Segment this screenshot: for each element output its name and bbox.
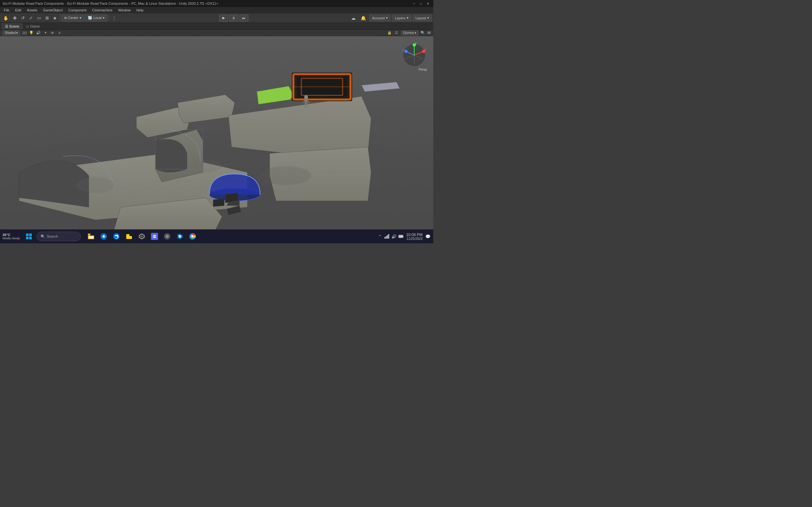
center-label: ⊕ Center — [64, 16, 78, 20]
tab-scene-label: ☰ Scene — [5, 24, 19, 29]
tray-battery[interactable] — [398, 233, 404, 239]
search-bar[interactable]: 🔍 Search — [37, 232, 81, 241]
app-discord[interactable] — [149, 231, 160, 242]
layers-dropdown[interactable]: Layers ▾ — [392, 14, 411, 21]
maximize-button[interactable]: □ — [418, 1, 424, 6]
toolbar-sep-1 — [60, 15, 60, 21]
app-photos[interactable] — [98, 231, 109, 242]
menu-file[interactable]: File — [1, 7, 12, 13]
start-button[interactable] — [23, 231, 35, 242]
axis-gizmo[interactable]: X Y Z — [402, 43, 427, 68]
effects-icon[interactable]: ✦ — [43, 31, 48, 36]
tool-rotate[interactable]: ↺ — [19, 14, 27, 22]
menu-component[interactable]: Component — [66, 7, 89, 13]
svg-rect-36 — [213, 199, 224, 207]
tool-scale[interactable]: ⤢ — [27, 14, 35, 22]
svg-line-51 — [305, 104, 305, 108]
title-bar: Sci-Fi Modular Road Pack Components - Sc… — [0, 0, 433, 7]
menu-cinemachine[interactable]: Cinemachine — [90, 7, 115, 13]
menu-assets[interactable]: Assets — [24, 7, 40, 13]
tool-hand[interactable]: ✋ — [1, 14, 10, 22]
layout-dropdown[interactable]: Layout ▾ — [413, 14, 432, 21]
account-arrow: ▾ — [386, 16, 388, 20]
view-tabs: ☰ Scene ▷ Game — [0, 23, 433, 30]
svg-point-56 — [190, 160, 222, 172]
pause-button[interactable]: ⏸ — [229, 14, 238, 21]
tray-network[interactable] — [384, 233, 390, 239]
svg-line-52 — [307, 104, 307, 108]
lock-icon[interactable]: 🔒 — [387, 31, 392, 36]
local-label: 🔄 Local — [88, 16, 101, 20]
app-files[interactable] — [123, 231, 135, 242]
search-filter-icon[interactable]: 🔍 — [420, 31, 425, 36]
menu-window[interactable]: Window — [116, 7, 133, 13]
tab-game-label: ▷ Game — [27, 24, 40, 29]
svg-point-87 — [153, 236, 154, 237]
cloud-btn[interactable]: ☁ — [349, 14, 357, 22]
app-settings[interactable] — [161, 231, 173, 242]
tool-custom[interactable]: ◈ — [51, 14, 58, 22]
weather-desc: Mostly cloudy — [3, 237, 20, 240]
services-btn[interactable]: 🔔 — [359, 14, 368, 22]
tool-rect[interactable]: ▭ — [35, 14, 43, 22]
app-chrome[interactable] — [187, 231, 198, 242]
minimize-button[interactable]: ─ — [411, 1, 417, 6]
viewport[interactable]: X Y Z Persp — [0, 36, 433, 229]
toolbar: ✋ ✥ ↺ ⤢ ▭ ⊞ ◈ ⊕ Center ▾ 🔄 Local ▾ ⋮ ▶ ⏸… — [0, 13, 433, 23]
light-icon[interactable]: 💡 — [29, 31, 34, 36]
close-button[interactable]: ✕ — [425, 1, 431, 6]
shaded-label: Shaded — [5, 31, 15, 35]
menu-help[interactable]: Help — [134, 7, 146, 13]
step-button[interactable]: ⏭ — [240, 14, 248, 21]
layers-label: Layers — [395, 16, 405, 20]
gizmos-arrow: ▾ — [415, 31, 416, 35]
svg-point-55 — [260, 166, 311, 185]
audio-icon[interactable]: 🔊 — [36, 31, 41, 36]
account-dropdown[interactable]: Account ▾ — [369, 14, 391, 21]
tool-move[interactable]: ✥ — [11, 14, 19, 22]
svg-rect-73 — [29, 237, 32, 239]
tab-game[interactable]: ▷ Game — [23, 23, 44, 30]
account-label: Account — [372, 16, 385, 20]
system-tray: ⌃ 🔊 — [377, 233, 404, 239]
svg-text:Z: Z — [402, 49, 404, 52]
scene-viz-icon[interactable]: 👁 — [50, 31, 55, 36]
view2d-btn[interactable]: 2D — [22, 31, 27, 36]
svg-point-47 — [304, 95, 308, 100]
app-edge[interactable] — [111, 231, 122, 242]
search-placeholder: Search — [47, 234, 58, 238]
layout-arrow: ▾ — [427, 16, 429, 20]
tab-scene[interactable]: ☰ Scene — [1, 23, 23, 30]
view2d-label: 2D — [22, 31, 27, 35]
shaded-dropdown[interactable]: Shaded ▾ — [3, 31, 20, 36]
app-unity[interactable] — [136, 231, 148, 242]
gizmos-dropdown[interactable]: Gizmos ▾ — [401, 31, 418, 36]
svg-rect-74 — [88, 233, 90, 235]
svg-rect-76 — [89, 236, 94, 239]
snap-btn[interactable]: ⋮ — [110, 14, 118, 22]
clock-date: 11/25/2023 — [407, 237, 422, 240]
svg-rect-100 — [387, 235, 388, 239]
app-explorer[interactable] — [85, 231, 97, 242]
notification-icon[interactable]: 💬 — [425, 233, 431, 239]
tray-show-hidden[interactable]: ⌃ — [377, 233, 383, 239]
tool-transform[interactable]: ⊞ — [44, 14, 51, 22]
clock-area[interactable]: 10:08 PM 11/25/2023 — [406, 233, 422, 240]
svg-rect-99 — [386, 236, 387, 239]
center-arrow: ▾ — [80, 16, 82, 20]
play-button[interactable]: ▶ — [219, 14, 228, 21]
svg-rect-104 — [399, 235, 403, 237]
window-controls: ─ □ ✕ — [411, 1, 431, 6]
menu-gameobject[interactable]: GameObject — [41, 7, 65, 13]
tray-volume[interactable]: 🔊 — [391, 233, 397, 239]
center-dropdown[interactable]: ⊕ Center ▾ — [61, 14, 84, 21]
toolbar-sep-2 — [109, 15, 109, 21]
weather-temp: 26°C — [3, 233, 20, 237]
aspect-icon[interactable]: ☰ — [394, 31, 399, 36]
app-vscode[interactable] — [174, 231, 186, 242]
grid-icon[interactable]: # — [57, 31, 62, 36]
local-dropdown[interactable]: 🔄 Local ▾ — [85, 14, 107, 21]
svg-rect-103 — [403, 236, 403, 237]
svg-point-91 — [166, 236, 168, 237]
menu-edit[interactable]: Edit — [13, 7, 24, 13]
